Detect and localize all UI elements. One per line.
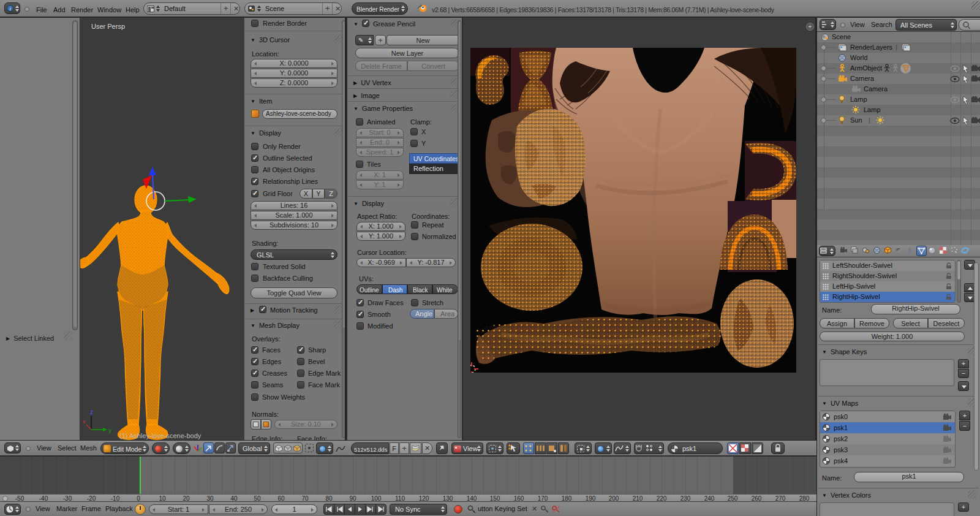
svg-text:x: x	[83, 419, 86, 425]
svg-text:y: y	[108, 427, 111, 434]
svg-text:z: z	[90, 409, 93, 415]
